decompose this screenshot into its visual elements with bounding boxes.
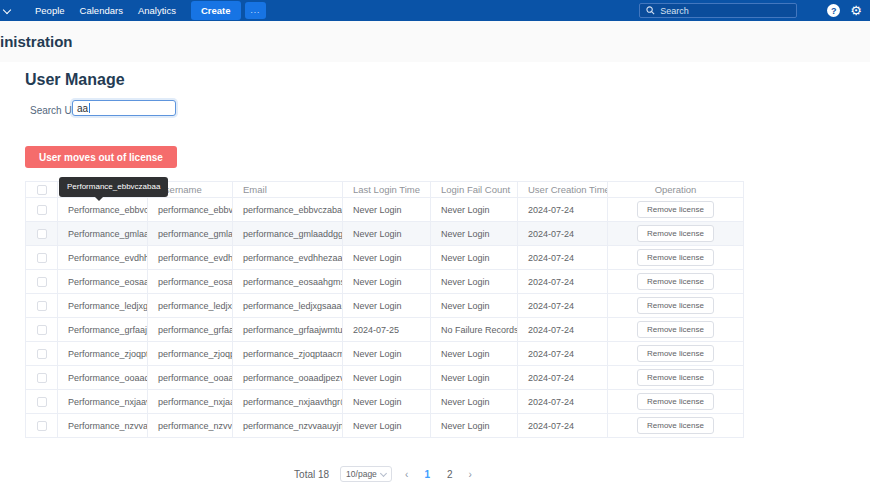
row-checkbox[interactable]	[37, 325, 47, 335]
table-body: Performance_ebbvc...performance_ebbvc...…	[26, 198, 744, 438]
page-size-select[interactable]: 10/page	[340, 466, 392, 482]
global-search-input[interactable]: Search	[639, 3, 797, 18]
last-login-cell: 2024-07-25	[343, 318, 431, 342]
search-icon	[646, 6, 655, 15]
row-checkbox[interactable]	[37, 253, 47, 263]
more-button[interactable]: ...	[245, 2, 267, 19]
page-size-value: 10/page	[346, 469, 377, 479]
fail-count-cell: No Failure Records	[431, 318, 518, 342]
gear-icon[interactable]: ⚙	[850, 4, 862, 17]
email-cell: performance_nzvvaauyjn...	[233, 414, 343, 438]
last-login-cell: Never Login	[343, 294, 431, 318]
last-login-cell: Never Login	[343, 414, 431, 438]
remove-license-button[interactable]: Remove license	[637, 417, 714, 434]
username-cell: performance_grfaaj...	[148, 318, 233, 342]
table-row: Performance_nzvva...performance_nzvva...…	[26, 414, 744, 438]
row-checkbox[interactable]	[37, 301, 47, 311]
name-cell: Performance_gmlaa...	[58, 222, 148, 246]
nav-item-people[interactable]: People	[35, 5, 65, 16]
email-cell: performance_zjoqptaacm...	[233, 342, 343, 366]
table-row: Performance_ledjxg...performance_ledjxg.…	[26, 294, 744, 318]
creation-time-column-header: User Creation Time	[518, 182, 608, 198]
remove-license-button[interactable]: Remove license	[637, 321, 714, 338]
row-checkbox[interactable]	[37, 421, 47, 431]
section-heading: inistration	[0, 21, 870, 50]
nav-item-calendars[interactable]: Calendars	[80, 5, 123, 16]
table-row: Performance_nxjaav...performance_nxjaav.…	[26, 390, 744, 414]
remove-license-button[interactable]: Remove license	[637, 249, 714, 266]
creation-time-cell: 2024-07-24	[518, 366, 608, 390]
creation-time-cell: 2024-07-24	[518, 198, 608, 222]
chevron-down-icon	[380, 469, 387, 476]
pagination: Total 18 10/page ‹ 1 2 ›	[25, 466, 743, 482]
creation-time-cell: 2024-07-24	[518, 270, 608, 294]
global-search-placeholder: Search	[660, 6, 689, 16]
top-navigation: People Calendars Analytics Create ... Se…	[0, 0, 870, 21]
page-number-2[interactable]: 2	[444, 469, 456, 480]
row-checkbox[interactable]	[37, 229, 47, 239]
row-checkbox[interactable]	[37, 373, 47, 383]
username-cell: performance_ebbvc...	[148, 198, 233, 222]
text-caret	[89, 103, 90, 113]
user-table: Username Email Last Login Time Login Fai…	[25, 181, 743, 438]
remove-license-button[interactable]: Remove license	[637, 297, 714, 314]
fail-count-cell: Never Login	[431, 246, 518, 270]
username-cell: performance_evdhh...	[148, 246, 233, 270]
creation-time-cell: 2024-07-24	[518, 342, 608, 366]
last-login-cell: Never Login	[343, 246, 431, 270]
chevron-down-icon[interactable]	[3, 7, 11, 15]
fail-count-cell: Never Login	[431, 270, 518, 294]
email-cell: performance_eosaahgmso...	[233, 270, 343, 294]
fail-count-cell: Never Login	[431, 390, 518, 414]
email-cell: performance_gmlaaddggt...	[233, 222, 343, 246]
row-checkbox[interactable]	[37, 205, 47, 215]
creation-time-cell: 2024-07-24	[518, 246, 608, 270]
remove-license-button[interactable]: Remove license	[637, 369, 714, 386]
email-cell: performance_grfaajwmtu...	[233, 318, 343, 342]
username-cell: performance_nzvva...	[148, 414, 233, 438]
remove-license-button[interactable]: Remove license	[637, 345, 714, 362]
remove-license-button[interactable]: Remove license	[637, 273, 714, 290]
creation-time-cell: 2024-07-24	[518, 390, 608, 414]
username-cell: performance_ledjxg...	[148, 294, 233, 318]
email-cell: performance_ledjxgsaaa@...	[233, 294, 343, 318]
creation-time-cell: 2024-07-24	[518, 318, 608, 342]
name-cell: Performance_evdhh...	[58, 246, 148, 270]
create-button[interactable]: Create	[191, 1, 241, 20]
nav-item-analytics[interactable]: Analytics	[138, 5, 176, 16]
remove-license-button[interactable]: Remove license	[637, 225, 714, 242]
fail-count-cell: Never Login	[431, 414, 518, 438]
name-cell: Performance_eosaa...	[58, 270, 148, 294]
last-login-cell: Never Login	[343, 222, 431, 246]
row-checkbox[interactable]	[37, 277, 47, 287]
fail-count-cell: Never Login	[431, 342, 518, 366]
select-all-checkbox[interactable]	[37, 185, 47, 195]
creation-time-cell: 2024-07-24	[518, 222, 608, 246]
email-cell: performance_ooaadjpezv...	[233, 366, 343, 390]
name-cell: Performance_ooaad...	[58, 366, 148, 390]
table-row: Performance_zjoqpt...performance_zjoqpt.…	[26, 342, 744, 366]
next-page-button[interactable]: ›	[467, 469, 474, 480]
username-cell: performance_zjoqpt...	[148, 342, 233, 366]
fail-count-cell: Never Login	[431, 222, 518, 246]
table-row: Performance_evdhh...performance_evdhh...…	[26, 246, 744, 270]
search-users-input[interactable]: aa	[72, 100, 176, 116]
email-cell: performance_nxjaavthgr@...	[233, 390, 343, 414]
name-cell: Performance_nxjaav...	[58, 390, 148, 414]
page-number-1[interactable]: 1	[421, 469, 433, 480]
last-login-cell: Never Login	[343, 342, 431, 366]
fail-count-column-header: Login Fail Count	[431, 182, 518, 198]
last-login-cell: Never Login	[343, 366, 431, 390]
row-checkbox[interactable]	[37, 397, 47, 407]
move-out-of-license-button[interactable]: User moves out of license	[25, 146, 177, 168]
prev-page-button[interactable]: ‹	[403, 469, 410, 480]
remove-license-button[interactable]: Remove license	[637, 393, 714, 410]
help-icon[interactable]: ?	[827, 4, 840, 17]
remove-license-button[interactable]: Remove license	[637, 201, 714, 218]
name-cell: Performance_grfaaj...	[58, 318, 148, 342]
name-cell: Performance_zjoqpt...	[58, 342, 148, 366]
row-checkbox[interactable]	[37, 349, 47, 359]
total-count-label: Total 18	[294, 469, 329, 480]
last-login-cell: Never Login	[343, 390, 431, 414]
username-cell: performance_gmlaa...	[148, 222, 233, 246]
